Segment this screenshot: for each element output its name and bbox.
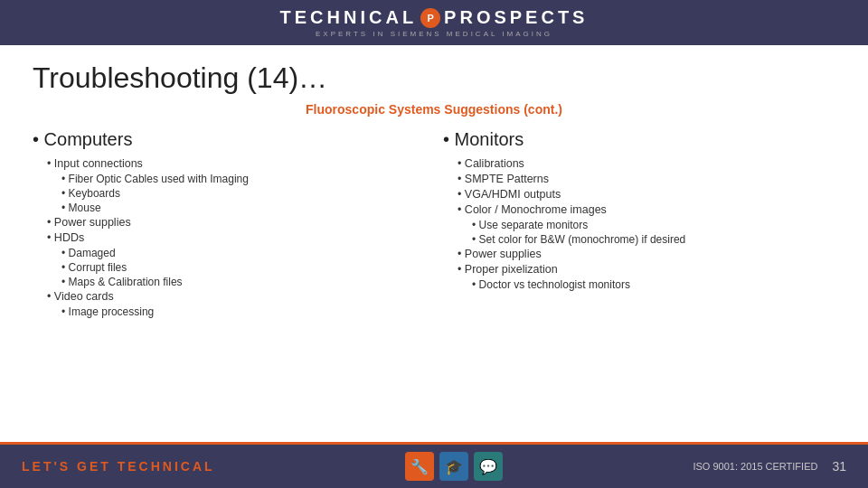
list-item: Power supplies <box>33 216 425 229</box>
left-column: Computers Input connections Fiber Optic … <box>33 129 425 320</box>
right-col-list: Calibrations SMPTE Patterns VGA/HDMI out… <box>443 157 835 291</box>
footer: LET'S GET TECHNICAL 🔧 🎓 💬 ISO 9001: 2015… <box>0 445 868 488</box>
list-item: Calibrations <box>443 157 835 170</box>
cert-label: ISO 9001: 2015 CERTIFIED <box>693 461 817 472</box>
main-content: Troubleshooting (14)… Fluoroscopic Syste… <box>0 45 868 329</box>
list-item: Input connections <box>33 157 425 170</box>
header-title-left: TECHNICAL <box>280 7 418 28</box>
header-subtitle: EXPERTS IN SIEMENS MEDICAL IMAGING <box>316 30 552 38</box>
header-brand: TECHNICAL P PROSPECTS <box>280 7 589 28</box>
list-item: Image processing <box>33 305 425 318</box>
footer-icons: 🔧 🎓 💬 <box>405 452 503 481</box>
list-item: Corrupt files <box>33 261 425 274</box>
page-number: 31 <box>832 459 846 474</box>
footer-icon-wrench: 🔧 <box>405 452 434 481</box>
list-item: SMPTE Patterns <box>443 173 835 185</box>
list-item: Keyboards <box>33 187 425 200</box>
list-item: Damaged <box>33 247 425 259</box>
header: TECHNICAL P PROSPECTS EXPERTS IN SIEMENS… <box>0 0 868 45</box>
list-item: Doctor vs technologist monitors <box>443 278 835 291</box>
list-item: VGA/HDMI outputs <box>443 188 835 201</box>
left-col-header: Computers <box>33 129 425 150</box>
footer-icon-education: 🎓 <box>439 452 468 481</box>
list-item: Use separate monitors <box>443 219 835 231</box>
right-column: Monitors Calibrations SMPTE Patterns VGA… <box>443 129 835 320</box>
content-columns: Computers Input connections Fiber Optic … <box>33 129 835 320</box>
right-col-header: Monitors <box>443 129 835 150</box>
left-col-list: Input connections Fiber Optic Cables use… <box>33 157 425 318</box>
footer-right: ISO 9001: 2015 CERTIFIED 31 <box>693 459 846 474</box>
header-title-right: PROSPECTS <box>444 7 588 28</box>
list-item: Maps & Calibration files <box>33 276 425 288</box>
list-item: Power supplies <box>443 248 835 260</box>
footer-brand: LET'S GET TECHNICAL <box>22 459 215 474</box>
list-item: Proper pixelization <box>443 263 835 276</box>
list-item: Video cards <box>33 290 425 303</box>
list-item: Set color for B&W (monochrome) if desire… <box>443 233 835 246</box>
footer-icon-chat: 💬 <box>474 452 503 481</box>
list-item: Fiber Optic Cables used with Imaging <box>33 173 425 185</box>
page-title: Troubleshooting (14)… <box>33 61 835 95</box>
list-item: Color / Monochrome images <box>443 203 835 216</box>
list-item: HDDs <box>33 231 425 244</box>
header-logo: P <box>420 8 440 28</box>
list-item: Mouse <box>33 202 425 214</box>
page-subtitle: Fluoroscopic Systems Suggestions (cont.) <box>33 102 835 117</box>
